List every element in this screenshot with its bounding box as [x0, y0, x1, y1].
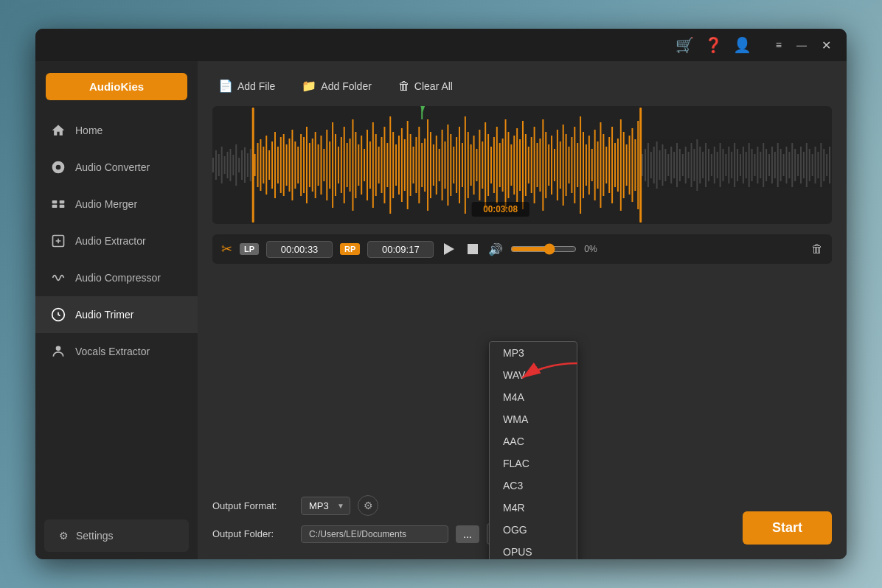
- svg-rect-21: [247, 153, 249, 177]
- svg-rect-67: [381, 137, 383, 193]
- sidebar-item-vocals-extractor[interactable]: Vocals Extractor: [35, 333, 198, 370]
- svg-rect-208: [788, 152, 790, 178]
- add-file-button[interactable]: 📄 Add File: [212, 76, 281, 96]
- format-dropdown[interactable]: MP3 WAV M4A WMA AAC FLAC AC3 M4R OGG OPU…: [489, 341, 577, 559]
- stop-button[interactable]: [465, 241, 481, 257]
- volume-slider[interactable]: [510, 243, 577, 255]
- svg-rect-180: [708, 149, 709, 181]
- svg-rect-172: [685, 147, 687, 183]
- delete-button[interactable]: 🗑: [811, 242, 823, 256]
- svg-rect-3: [60, 200, 65, 203]
- clear-all-label: Clear All: [414, 80, 453, 92]
- output-format-row: Output Format: MP3 ⚙: [212, 495, 726, 516]
- add-file-icon: 📄: [218, 79, 233, 93]
- title-bar: 🛒 ❓ 👤 ≡ — ✕: [35, 29, 847, 61]
- svg-rect-66: [378, 147, 380, 183]
- svg-rect-115: [519, 139, 521, 191]
- add-folder-button[interactable]: 📁 Add Folder: [296, 76, 377, 96]
- svg-rect-160: [650, 152, 652, 178]
- format-mp3[interactable]: MP3: [490, 342, 577, 364]
- svg-rect-96: [465, 116, 466, 214]
- bottom-row: Output Format: MP3 ⚙ Output Folder: C:/U…: [212, 495, 726, 545]
- output-folder-label: Output Folder:: [212, 528, 294, 539]
- format-opus[interactable]: OPUS: [490, 541, 577, 559]
- controls-bar: ✂ LP RP 🔊 0% 🗑: [212, 234, 832, 264]
- svg-rect-84: [430, 132, 431, 198]
- format-aac[interactable]: AAC: [490, 430, 577, 452]
- help-icon[interactable]: ❓: [704, 36, 723, 54]
- svg-rect-155: [634, 139, 636, 191]
- svg-rect-11: [218, 154, 220, 176]
- svg-rect-129: [560, 141, 561, 189]
- sidebar-item-home-label: Home: [75, 125, 103, 136]
- main-content: AudioKies Home Audio Converter Audio Mer…: [35, 61, 847, 559]
- start-button[interactable]: Start: [743, 511, 832, 545]
- play-button[interactable]: [441, 240, 457, 258]
- sidebar-item-audio-trimer[interactable]: Audio Trimer: [35, 296, 198, 333]
- waveform-container[interactable]: 00:03:08: [212, 106, 832, 224]
- svg-rect-14: [227, 152, 229, 178]
- svg-rect-55: [347, 143, 348, 187]
- svg-rect-36: [291, 130, 293, 200]
- format-flac[interactable]: FLAC: [490, 452, 577, 475]
- svg-rect-188: [731, 152, 732, 178]
- svg-rect-78: [413, 147, 414, 183]
- svg-rect-106: [493, 137, 495, 193]
- brand-button[interactable]: AudioKies: [46, 73, 187, 100]
- svg-rect-79: [415, 137, 417, 193]
- format-m4r[interactable]: M4R: [490, 497, 577, 519]
- format-ac3[interactable]: AC3: [490, 475, 577, 497]
- format-wav[interactable]: WAV: [490, 364, 577, 386]
- audio-trimer-icon: [50, 307, 66, 323]
- format-wma[interactable]: WMA: [490, 408, 577, 430]
- svg-rect-212: [800, 147, 802, 183]
- svg-rect-39: [300, 134, 302, 196]
- svg-rect-83: [427, 119, 428, 211]
- svg-rect-170: [679, 149, 681, 181]
- sidebar-item-audio-converter[interactable]: Audio Converter: [35, 149, 198, 186]
- minimize-button[interactable]: —: [793, 38, 810, 52]
- audio-merger-icon: [50, 196, 66, 212]
- svg-rect-87: [439, 149, 440, 181]
- svg-rect-152: [626, 144, 628, 186]
- format-ogg[interactable]: OGG: [490, 519, 577, 541]
- sidebar-item-audio-extractor-label: Audio Extractor: [75, 235, 146, 247]
- close-button[interactable]: ✕: [818, 37, 835, 54]
- svg-rect-80: [418, 127, 420, 203]
- svg-rect-77: [410, 134, 412, 196]
- svg-rect-94: [459, 127, 460, 203]
- format-m4a[interactable]: M4A: [490, 386, 577, 408]
- svg-rect-131: [566, 134, 567, 196]
- svg-rect-33: [283, 134, 285, 196]
- svg-rect-136: [580, 116, 581, 214]
- rp-time-input[interactable]: [367, 241, 434, 258]
- sidebar-item-vocals-extractor-label: Vocals Extractor: [75, 346, 150, 357]
- sidebar-item-audio-merger[interactable]: Audio Merger: [35, 186, 198, 223]
- format-select[interactable]: MP3: [301, 497, 350, 515]
- lp-time-input[interactable]: [266, 241, 333, 258]
- menu-button[interactable]: ≡: [772, 38, 785, 52]
- sidebar-item-home[interactable]: Home: [35, 112, 198, 149]
- svg-rect-206: [783, 154, 785, 176]
- svg-rect-191: [740, 154, 741, 176]
- clear-all-button[interactable]: 🗑 Clear All: [392, 77, 459, 96]
- svg-rect-54: [344, 127, 345, 203]
- svg-rect-64: [372, 122, 374, 208]
- svg-rect-186: [725, 154, 726, 176]
- svg-rect-214: [806, 143, 808, 187]
- scissor-button[interactable]: ✂: [221, 241, 232, 257]
- svg-rect-145: [605, 147, 607, 183]
- svg-rect-93: [456, 137, 457, 193]
- cart-icon[interactable]: 🛒: [676, 36, 694, 54]
- settings-button[interactable]: ⚙ Settings: [44, 519, 189, 552]
- browse-folder-button[interactable]: ...: [456, 525, 479, 543]
- user-add-icon[interactable]: 👤: [733, 36, 751, 54]
- svg-rect-124: [545, 132, 546, 198]
- sidebar-item-audio-compressor[interactable]: Audio Compressor: [35, 259, 198, 296]
- svg-rect-108: [499, 143, 501, 187]
- sidebar-item-audio-extractor[interactable]: Audio Extractor: [35, 223, 198, 259]
- svg-rect-37: [294, 141, 296, 189]
- svg-rect-10: [215, 150, 217, 180]
- format-settings-button[interactable]: ⚙: [358, 495, 378, 516]
- svg-rect-162: [656, 141, 658, 189]
